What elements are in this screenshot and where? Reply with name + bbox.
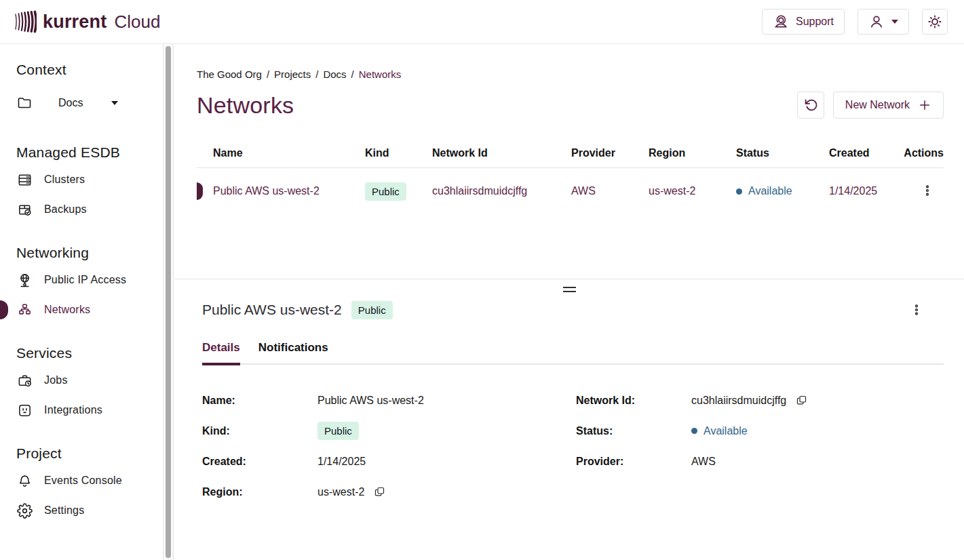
sun-icon: [927, 14, 943, 30]
backups-icon: [16, 201, 33, 218]
row-actions-menu-button[interactable]: [919, 182, 936, 199]
page-title: Networks: [197, 92, 294, 119]
copy-icon: [374, 486, 385, 498]
sidebar-scrollbar-thumb[interactable]: [166, 46, 171, 558]
breadcrumb-project[interactable]: Docs: [323, 68, 346, 80]
selected-row-indicator: [197, 182, 203, 200]
network-detail-panel: Public AWS us-west-2 Public Details Noti…: [174, 279, 964, 560]
column-header-created: Created: [829, 147, 902, 159]
row-region: us-west-2: [649, 185, 736, 197]
copy-icon: [796, 395, 807, 406]
networks-table: Name Kind Network Id Provider Region Sta…: [197, 147, 944, 214]
sidebar-item-public-ip-access[interactable]: Public IP Access: [16, 265, 163, 295]
breadcrumb-org[interactable]: The Good Org: [197, 68, 262, 80]
field-label: Name:: [202, 395, 317, 407]
table-row[interactable]: Public AWS us-west-2 Public cu3hlaiirsdm…: [197, 168, 944, 214]
logo-suffix: Cloud: [114, 12, 160, 33]
topbar-actions: Support: [762, 9, 948, 35]
field-value: AWS: [691, 456, 716, 468]
detail-actions-menu-button[interactable]: [908, 301, 925, 319]
sidebar-heading-networking: Networking: [16, 245, 163, 261]
new-network-label: New Network: [845, 99, 910, 111]
gear-icon: [16, 502, 33, 519]
breadcrumb-separator: /: [267, 68, 269, 80]
column-header-provider: Provider: [571, 147, 649, 159]
sidebar-item-settings[interactable]: Settings: [16, 496, 163, 525]
field-status: Status: Available: [576, 416, 807, 446]
kurrent-cloud-logo[interactable]: kurrent Cloud: [14, 9, 160, 34]
sidebar-item-networks[interactable]: Networks: [16, 295, 163, 325]
detail-fields: Name: Public AWS us-west-2 Kind: Public …: [202, 385, 944, 507]
field-provider: Provider: AWS: [576, 446, 807, 477]
field-kind: Kind: Public: [202, 416, 576, 446]
field-value: us-west-2: [317, 486, 364, 498]
main-content: The Good Org/Projects/Docs/Networks Netw…: [174, 44, 964, 560]
kind-badge: Public: [317, 422, 359, 440]
row-name[interactable]: Public AWS us-west-2: [213, 185, 365, 197]
row-provider: AWS: [571, 185, 649, 197]
sidebar-item-label: Clusters: [44, 174, 85, 186]
kind-badge: Public: [365, 182, 406, 201]
sidebar-item-jobs[interactable]: Jobs: [16, 365, 163, 395]
field-label: Status:: [576, 425, 691, 437]
row-network-id: cu3hlaiirsdmuidcjffg: [432, 185, 571, 197]
field-label: Kind:: [202, 425, 317, 437]
copy-network-id-button[interactable]: [796, 395, 807, 406]
breadcrumb-projects[interactable]: Projects: [274, 68, 311, 80]
detail-title: Public AWS us-west-2: [202, 302, 342, 318]
field-value: Public AWS us-west-2: [317, 395, 424, 407]
copy-region-button[interactable]: [374, 486, 385, 498]
tab-details[interactable]: Details: [202, 341, 240, 363]
sidebar-item-clusters[interactable]: Clusters: [16, 165, 163, 195]
status-label: Available: [748, 185, 792, 197]
new-network-button[interactable]: New Network: [833, 92, 944, 119]
table-header-row: Name Kind Network Id Provider Region Sta…: [197, 147, 944, 168]
sidebar-item-label: Jobs: [44, 374, 68, 386]
support-agent-icon: [773, 14, 789, 30]
sidebar-heading-context: Context: [16, 62, 163, 78]
support-label: Support: [796, 16, 834, 28]
sidebar-item-events-console[interactable]: Events Console: [16, 466, 163, 496]
status-dot: [736, 188, 742, 195]
top-header: kurrent Cloud Support: [0, 0, 964, 44]
field-label: Network Id:: [576, 395, 691, 407]
breadcrumb-separator: /: [351, 68, 354, 80]
column-header-network-id: Network Id: [432, 147, 571, 159]
integrations-icon: [16, 402, 33, 418]
row-kind: Public: [365, 182, 432, 201]
jobs-icon: [16, 372, 33, 388]
context-selected-project: Docs: [58, 97, 83, 109]
field-label: Region:: [202, 486, 317, 498]
active-item-indicator: [0, 300, 8, 319]
sidebar-heading-managed-esdb: Managed ESDB: [16, 144, 163, 161]
networks-list-section: The Good Org/Projects/Docs/Networks Netw…: [174, 44, 964, 279]
sidebar-scrollbar[interactable]: [163, 44, 174, 560]
column-header-region: Region: [649, 147, 736, 159]
detail-kind-badge: Public: [351, 301, 393, 319]
refresh-button[interactable]: [797, 92, 824, 119]
context-project-selector[interactable]: Docs: [16, 87, 163, 119]
user-icon: [868, 14, 885, 30]
sidebar-heading-services: Services: [16, 345, 163, 361]
plus-icon: [918, 98, 931, 112]
sidebar-item-label: Events Console: [44, 475, 122, 487]
sidebar-item-label: Integrations: [44, 404, 102, 416]
field-name: Name: Public AWS us-west-2: [202, 385, 576, 416]
networks-icon: [16, 302, 33, 318]
support-button[interactable]: Support: [762, 9, 845, 35]
sidebar-item-integrations[interactable]: Integrations: [16, 395, 163, 425]
column-header-actions: Actions: [902, 147, 944, 159]
field-value: 1/14/2025: [317, 456, 366, 468]
sidebar-heading-project: Project: [16, 445, 163, 462]
tab-notifications[interactable]: Notifications: [258, 341, 328, 363]
sidebar-item-backups[interactable]: Backups: [16, 195, 163, 224]
panel-resize-handle[interactable]: [563, 287, 576, 292]
field-value: cu3hlaiirsdmuidcjffg: [691, 395, 786, 407]
field-region: Region: us-west-2: [202, 477, 576, 507]
field-label: Created:: [202, 456, 317, 468]
theme-toggle-button[interactable]: [922, 9, 948, 35]
kurrent-waveform-icon: [14, 9, 37, 34]
user-menu-button[interactable]: [857, 9, 909, 35]
row-status: Available: [736, 185, 829, 197]
status-label: Available: [703, 425, 748, 437]
